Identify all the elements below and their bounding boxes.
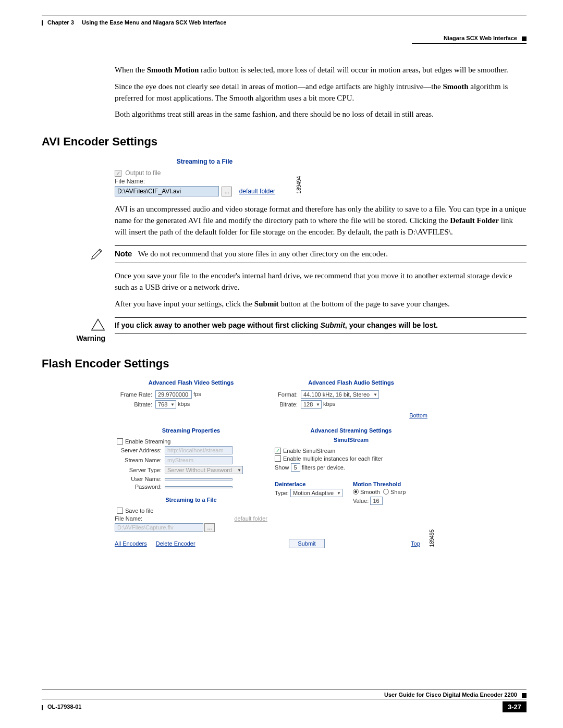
enable-streaming-checkbox[interactable] [117, 438, 123, 445]
mt-value-input[interactable]: 16 [370, 497, 383, 505]
flash-default-folder-link[interactable]: default folder [234, 515, 267, 522]
intro-block: When the Smooth Motion radio button is s… [115, 65, 527, 120]
header-section: Niagara SCX Web Interface [444, 35, 517, 41]
flash-figure-number: 189495 [429, 529, 435, 547]
footer-rule-mid [42, 699, 527, 699]
audio-bitrate-label: Bitrate: [275, 401, 301, 408]
output-to-file-checkbox[interactable]: ✓ [115, 170, 121, 177]
audio-bitrate-value: 128 [301, 400, 322, 409]
user-name-input[interactable] [165, 478, 232, 480]
footer-square-icon [522, 693, 527, 698]
shot1-title: Streaming to a File [115, 156, 295, 168]
header-left: Chapter 3 Using the Ease Menu and Niagar… [42, 19, 226, 26]
footer: User Guide for Cisco Digital Media Encod… [42, 689, 527, 712]
mt-smooth-radio[interactable] [353, 489, 359, 495]
server-type-select[interactable]: Server Without Password [165, 466, 243, 474]
deint-type-label: Type: [275, 490, 289, 496]
flash-audio-col: Advanced Flash Audio Settings Format: 44… [275, 378, 427, 410]
frame-rate-label: Frame Rate: [115, 391, 155, 398]
enable-multi-checkbox[interactable] [275, 455, 281, 462]
warning-icon [91, 325, 105, 334]
audio-bitrate-field: Bitrate: 128 kbps [275, 400, 427, 409]
file-name-input-row: D:\AVFiles\CIF_AVI.avi ... default folde… [115, 186, 295, 196]
enable-streaming-row: Enable Streaming [117, 438, 267, 445]
mt-title: Motion Threshold [353, 481, 406, 487]
warning-icon-col: Warning [42, 317, 115, 342]
flash-file-name-input[interactable]: D:\AVFiles\Capture.flv [115, 523, 203, 532]
audio-bitrate-select[interactable]: 128 [301, 400, 322, 409]
video-bitrate-label: Bitrate: [115, 401, 155, 408]
show-filters-row: Show 5 filters per device. [275, 463, 427, 472]
submit-button[interactable]: Submit [289, 539, 324, 548]
show-b: filters per device. [302, 464, 345, 471]
server-type-label: Server Type: [115, 467, 165, 473]
adv-streaming-col: Advanced Streaming Settings SimulStream … [275, 426, 427, 534]
term-default-folder: Default Folder [450, 216, 499, 225]
password-input[interactable] [165, 486, 232, 488]
save-to-file-checkbox[interactable] [117, 508, 123, 514]
header-rule [42, 16, 527, 16]
deint-mt-row: Deinterlace Type: Motion Adaptive Motion… [275, 477, 427, 507]
video-bitrate-select[interactable]: 768 [155, 400, 176, 409]
deint-col: Deinterlace Type: Motion Adaptive [275, 477, 342, 507]
flash-actions-right: Top [411, 540, 427, 547]
page-number: 3-27 [503, 701, 527, 712]
user-name-label: User Name: [115, 476, 165, 482]
flash-audio-title: Advanced Flash Audio Settings [275, 378, 427, 389]
show-filters-input[interactable]: 5 [291, 463, 300, 472]
mt-sharp-radio[interactable] [383, 489, 389, 495]
video-bitrate-field: Bitrate: 768 kbps [115, 400, 267, 409]
heading-flash: Flash Encoder Settings [42, 357, 527, 371]
deint-type-select[interactable]: Motion Adaptive [290, 489, 342, 497]
note-text: Note We do not recommend that you store … [115, 245, 527, 264]
footer-bar-icon [42, 705, 43, 710]
streaming-props-col: Streaming Properties Enable Streaming Se… [115, 426, 267, 534]
intro-p3: Both algorithms treat still areas in the… [115, 109, 527, 120]
enable-streaming-label: Enable Streaming [125, 438, 170, 445]
flash-file-name-row: File Name: default folder [115, 515, 267, 522]
text: When the [115, 66, 147, 74]
chapter-label: Chapter 3 [47, 19, 74, 26]
enable-simul-checkbox[interactable]: ✓ [275, 448, 281, 454]
term-smooth-motion: Smooth Motion [147, 66, 199, 74]
top-link[interactable]: Top [411, 540, 420, 547]
mt-smooth-label: Smooth [360, 489, 380, 495]
avi-followup: Once you save your file to the encoder's… [115, 270, 527, 310]
screenshot-streaming-to-file: Streaming to a File ✓ Output to file Fil… [115, 156, 295, 196]
audio-format-select[interactable]: 44.100 kHz, 16 bit, Stereo [301, 390, 379, 399]
file-name-input[interactable]: D:\AVFiles\CIF_AVI.avi [115, 186, 219, 196]
figure-number: 189494 [296, 176, 302, 193]
file-name-label-row: File Name: [115, 178, 295, 185]
default-folder-link[interactable]: default folder [239, 188, 275, 195]
shot1-body: ✓ Output to file File Name: D:\AVFiles\C… [115, 169, 295, 196]
footer-line2: OL-17938-01 3-27 [42, 701, 527, 712]
warning-bottom-rule [115, 334, 527, 334]
all-encoders-link[interactable]: All Encoders [115, 540, 147, 547]
note-callout: Note We do not recommend that you store … [42, 245, 527, 264]
heading-avi: AVI Encoder Settings [42, 135, 527, 149]
mt-sharp-label: Sharp [390, 489, 406, 495]
server-address-input[interactable]: http://localhost/stream [165, 446, 232, 454]
text: After you have input your settings, clic… [115, 300, 254, 308]
video-bitrate-unit: kbps [178, 401, 190, 407]
frame-rate-input[interactable]: 29.9700000 [155, 390, 192, 399]
text: , your changes will be lost. [345, 321, 438, 329]
save-file-title: Streaming to a File [115, 495, 267, 506]
footer-docid: OL-17938-01 [42, 704, 82, 710]
video-bitrate-value: 768 [155, 400, 176, 409]
delete-encoder-link[interactable]: Delete Encoder [156, 540, 195, 547]
chapter-title: Using the Ease Menu and Niagara SCX Web … [82, 19, 226, 26]
flash-row1: Advanced Flash Video Settings Frame Rate… [115, 378, 427, 410]
save-to-file-label: Save to file [125, 508, 153, 514]
flash-browse-button[interactable]: ... [204, 523, 215, 532]
term-submit: Submit [254, 300, 279, 308]
output-to-file-label: Output to file [125, 169, 161, 177]
stream-name-input[interactable]: myStream [165, 456, 232, 464]
browse-button[interactable]: ... [222, 187, 232, 196]
intro-p2: Since the eye does not clearly see detai… [115, 81, 527, 104]
enable-simul-row: ✓ Enable SimulStream [275, 448, 427, 454]
text: If you click away to another web page wi… [115, 321, 320, 329]
note-label: Note [115, 249, 132, 258]
bottom-link[interactable]: Bottom [115, 410, 427, 421]
pencil-icon [91, 253, 105, 262]
